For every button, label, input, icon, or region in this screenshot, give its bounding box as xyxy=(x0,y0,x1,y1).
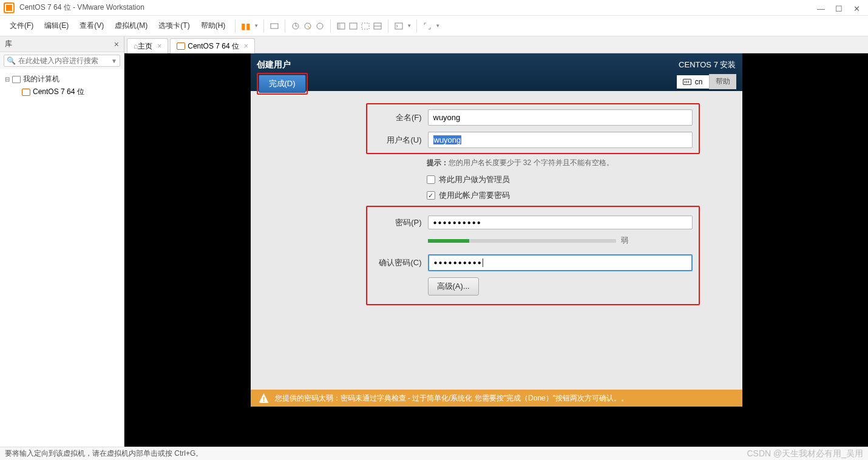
svg-rect-5 xyxy=(337,23,341,29)
keyboard-icon xyxy=(683,79,691,85)
tab-home-label: 主页 xyxy=(138,41,152,52)
view-single-icon[interactable] xyxy=(336,21,347,32)
view-unity-icon[interactable] xyxy=(372,21,383,32)
view-fullscreen-icon[interactable] xyxy=(360,21,371,32)
password-label: 密码(P) xyxy=(373,217,422,228)
snapshot-manage-icon[interactable] xyxy=(302,21,313,32)
menu-help[interactable]: 帮助(H) xyxy=(196,19,231,33)
stretch-dropdown[interactable]: ▼ xyxy=(435,23,440,29)
installer-body: 全名(F) wuyong 用户名(U) wuyong 提示：您的用户名长度要少于… xyxy=(251,91,742,407)
admin-checkbox[interactable] xyxy=(427,175,435,184)
keyboard-lang: cn xyxy=(695,78,703,86)
done-button[interactable]: 完成(D) xyxy=(259,75,306,93)
tab-home[interactable]: ⌂ 主页 × xyxy=(127,38,168,54)
search-box[interactable]: 🔍 ▼ xyxy=(4,55,120,67)
menu-tabs[interactable]: 选项卡(T) xyxy=(154,19,194,33)
confirm-password-input[interactable]: ●●●●●●●●●● xyxy=(428,254,693,271)
stretch-icon[interactable] xyxy=(422,21,433,32)
menubar: 文件(F) 编辑(E) 查看(V) 虚拟机(M) 选项卡(T) 帮助(H) ▮▮… xyxy=(0,16,868,36)
home-icon: ⌂ xyxy=(134,42,138,50)
titlebar: CentOS 7 64 位 - VMware Workstation — ☐ ✕ xyxy=(0,0,868,16)
search-dropdown[interactable]: ▼ xyxy=(111,58,117,64)
tab-vm-close[interactable]: × xyxy=(244,42,248,50)
fullname-input[interactable]: wuyong xyxy=(428,109,693,126)
confirm-password-label: 确认密码(C) xyxy=(373,257,422,268)
statusbar-text: 要将输入定向到该虚拟机，请在虚拟机内部单击或按 Ctrl+G。 xyxy=(5,448,203,459)
pause-icon[interactable]: ▮▮ xyxy=(240,21,251,32)
tree-root-label: 我的计算机 xyxy=(23,74,59,84)
svg-rect-6 xyxy=(350,23,357,29)
console-dropdown[interactable]: ▼ xyxy=(407,23,412,29)
warning-icon: ! xyxy=(259,393,269,403)
svg-rect-0 xyxy=(271,24,278,29)
tab-home-close[interactable]: × xyxy=(157,42,161,50)
vm-viewport[interactable]: 创建用户 完成(D) CENTOS 7 安装 cn 帮助 xyxy=(124,53,868,447)
require-password-label: 使用此帐户需要密码 xyxy=(439,190,510,201)
password-strength-bar xyxy=(428,239,616,243)
keyboard-layout-indicator[interactable]: cn xyxy=(677,75,709,89)
tree-vm-label: CentOS 7 64 位 xyxy=(33,87,84,97)
username-input[interactable]: wuyong xyxy=(428,132,693,148)
vm-screen: 创建用户 完成(D) CENTOS 7 安装 cn 帮助 xyxy=(251,53,742,426)
tree-collapse-icon[interactable]: ⊟ xyxy=(5,76,12,83)
tab-vm-centos[interactable]: CentOS 7 64 位 × xyxy=(170,38,255,54)
tree-vm-centos[interactable]: CentOS 7 64 位 xyxy=(19,86,121,98)
warning-text: 您提供的密码太弱：密码未通过字典检查 - 过于简单化/系统化 您需要按"完成（D… xyxy=(275,393,629,404)
vm-icon xyxy=(22,89,30,96)
search-icon: 🔍 xyxy=(7,56,16,65)
vm-icon xyxy=(177,42,185,50)
sidebar-header: 库 × xyxy=(0,36,124,52)
sidebar-close[interactable]: × xyxy=(114,39,119,49)
admin-checkbox-label: 将此用户做为管理员 xyxy=(439,174,510,185)
name-fields-highlight: 全名(F) wuyong 用户名(U) wuyong xyxy=(366,103,700,154)
maximize-button[interactable]: ☐ xyxy=(835,4,843,12)
search-input[interactable] xyxy=(18,56,111,65)
username-label: 用户名(U) xyxy=(373,135,422,146)
require-password-checkbox[interactable] xyxy=(427,191,435,200)
snapshot-revert-icon[interactable] xyxy=(314,21,325,32)
tab-vm-label: CentOS 7 64 位 xyxy=(188,41,239,52)
menu-view[interactable]: 查看(V) xyxy=(75,19,109,33)
power-dropdown[interactable]: ▼ xyxy=(254,23,259,29)
sidebar-title: 库 xyxy=(5,39,12,49)
menu-vm[interactable]: 虚拟机(M) xyxy=(110,19,152,33)
view-thumbnail-icon[interactable] xyxy=(348,21,359,32)
watermark: CSDN @天生我材必有用_吴用 xyxy=(747,448,863,459)
menu-edit[interactable]: 编辑(E) xyxy=(39,19,73,33)
username-hint: 提示：您的用户名长度要少于 32 个字符并且不能有空格。 xyxy=(427,158,718,168)
vmware-app-icon xyxy=(4,2,15,13)
window-title: CentOS 7 64 位 - VMware Workstation xyxy=(19,2,817,13)
tree-root-my-computer[interactable]: ⊟ 我的计算机 xyxy=(2,73,121,86)
username-selected-text: wuyong xyxy=(433,135,462,144)
statusbar: 要将输入定向到该虚拟机，请在虚拟机内部单击或按 Ctrl+G。 CSDN @天生… xyxy=(0,447,868,460)
help-button[interactable]: 帮助 xyxy=(709,74,736,89)
sidebar: 库 × 🔍 ▼ ⊟ 我的计算机 CentOS 7 64 位 xyxy=(0,36,124,447)
fullname-label: 全名(F) xyxy=(373,112,422,123)
window-controls: — ☐ ✕ xyxy=(817,4,864,12)
installer-title: 创建用户 xyxy=(257,57,308,73)
console-icon[interactable] xyxy=(393,21,404,32)
svg-point-3 xyxy=(317,23,323,29)
admin-checkbox-row[interactable]: 将此用户做为管理员 xyxy=(427,174,718,185)
computer-icon xyxy=(12,76,21,83)
installer-product-label: CENTOS 7 安装 xyxy=(677,57,736,70)
warning-bar: ! 您提供的密码太弱：密码未通过字典检查 - 过于简单化/系统化 您需要按"完成… xyxy=(251,390,742,407)
content-area: ⌂ 主页 × CentOS 7 64 位 × 创建用户 完成(D) xyxy=(124,36,868,447)
svg-rect-10 xyxy=(395,23,402,29)
svg-rect-7 xyxy=(362,23,369,29)
menu-file[interactable]: 文件(F) xyxy=(5,19,38,33)
tabs-bar: ⌂ 主页 × CentOS 7 64 位 × xyxy=(124,36,868,53)
password-fields-highlight: 密码(P) ●●●●●●●●●● 弱 确认密码(C) ●●●●●●●●●● 高级… xyxy=(366,206,700,305)
library-tree: ⊟ 我的计算机 CentOS 7 64 位 xyxy=(0,69,124,447)
done-button-highlight: 完成(D) xyxy=(257,73,308,95)
require-password-row[interactable]: 使用此帐户需要密码 xyxy=(427,190,718,201)
advanced-button[interactable]: 高级(A)... xyxy=(428,277,479,296)
snapshot-icon[interactable] xyxy=(290,21,301,32)
close-button[interactable]: ✕ xyxy=(853,4,861,12)
password-input[interactable]: ●●●●●●●●●● xyxy=(428,215,693,229)
installer-header: 创建用户 完成(D) CENTOS 7 安装 cn 帮助 xyxy=(251,53,742,91)
minimize-button[interactable]: — xyxy=(817,4,824,12)
send-keys-icon[interactable] xyxy=(269,21,280,32)
password-strength-label: 弱 xyxy=(621,235,628,246)
